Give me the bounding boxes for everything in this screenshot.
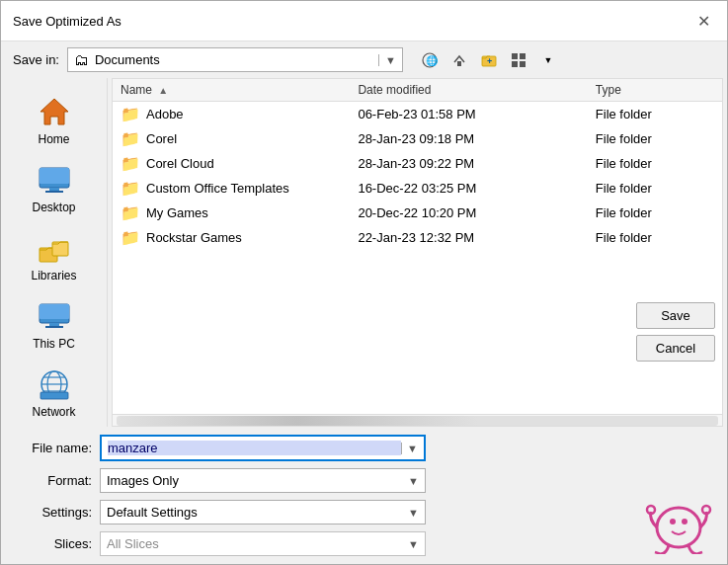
- svg-rect-11: [40, 168, 69, 184]
- file-name-cell: 📁 Adobe: [121, 105, 358, 123]
- up-button[interactable]: [446, 48, 472, 72]
- svg-rect-5: [512, 53, 518, 59]
- folder-icon: 📁: [121, 228, 140, 247]
- horizontal-scrollbar[interactable]: [113, 414, 722, 426]
- file-name-text: Corel Cloud: [146, 156, 214, 171]
- libraries-icon: [37, 230, 72, 266]
- file-list-area: Name ▲ Date modified Type 📁 Adobe 06-Feb…: [112, 78, 723, 427]
- file-name-text: Rockstar Games: [146, 230, 242, 245]
- file-type-cell: File folder: [596, 131, 714, 146]
- mascot-graphic: [639, 490, 718, 554]
- file-name-cell: 📁 Custom Office Templates: [121, 179, 358, 198]
- svg-rect-6: [520, 53, 526, 59]
- table-row[interactable]: 📁 Custom Office Templates 16-Dec-22 03:2…: [113, 176, 722, 201]
- format-select[interactable]: Images Only ▼: [100, 468, 426, 493]
- file-type-cell: File folder: [596, 156, 714, 171]
- file-list-header: Name ▲ Date modified Type: [113, 79, 722, 102]
- slices-select[interactable]: All Slices ▼: [100, 531, 426, 556]
- view-button[interactable]: [506, 48, 531, 72]
- table-row[interactable]: 📁 Corel 28-Jan-23 09:18 PM File folder: [113, 126, 722, 151]
- format-label: Format:: [13, 473, 92, 488]
- format-arrow-icon: ▼: [408, 475, 419, 487]
- filename-input[interactable]: [108, 441, 401, 455]
- svg-rect-17: [40, 304, 69, 319]
- cancel-button[interactable]: Cancel: [636, 335, 715, 362]
- sidebar-network-label: Network: [32, 405, 75, 419]
- file-date-cell: 28-Jan-23 09:22 PM: [358, 156, 595, 171]
- svg-point-28: [702, 506, 710, 514]
- svg-point-29: [670, 519, 676, 525]
- svg-rect-8: [520, 61, 526, 67]
- sidebar-item-thispc[interactable]: This PC: [10, 292, 99, 357]
- svg-rect-7: [512, 61, 518, 67]
- svg-rect-12: [49, 188, 59, 191]
- svg-marker-9: [40, 99, 68, 124]
- file-name-cell: 📁 Rockstar Games: [121, 228, 358, 247]
- new-folder-button[interactable]: +: [476, 48, 502, 72]
- file-name-cell: 📁 Corel Cloud: [121, 154, 358, 173]
- settings-label: Settings:: [13, 505, 92, 520]
- folder-icon: 📁: [121, 154, 140, 173]
- sidebar-thispc-label: This PC: [33, 337, 75, 351]
- close-button[interactable]: ✕: [691, 9, 715, 33]
- save-in-label: Save in:: [13, 52, 59, 67]
- sidebar-item-desktop[interactable]: Desktop: [10, 156, 99, 220]
- file-type-cell: File folder: [596, 181, 714, 196]
- save-in-row: Save in: 🗂 Documents ▼ 🌐: [1, 41, 727, 78]
- network-icon: [37, 366, 72, 402]
- svg-rect-19: [45, 326, 63, 328]
- svg-rect-25: [40, 392, 68, 399]
- table-row[interactable]: 📁 Adobe 06-Feb-23 01:58 PM File folder: [113, 102, 722, 126]
- title-bar: Save Optimized As ✕: [1, 1, 727, 41]
- filename-input-wrapper[interactable]: ▼: [100, 435, 426, 461]
- slices-label: Slices:: [13, 536, 92, 551]
- bottom-form: File name: ▼ Format: Images Only ▼ Setti…: [1, 427, 727, 564]
- save-in-dropdown[interactable]: 🗂 Documents ▼: [67, 47, 403, 72]
- file-date-cell: 06-Feb-23 01:58 PM: [358, 107, 595, 121]
- filename-dropdown-arrow[interactable]: ▼: [401, 443, 418, 454]
- file-type-cell: File folder: [596, 230, 714, 245]
- sidebar-item-home[interactable]: Home: [10, 88, 99, 152]
- file-date-cell: 22-Jan-23 12:32 PM: [358, 230, 595, 245]
- sidebar: Home Desktop Libra: [1, 78, 108, 427]
- folder-icon: 📁: [121, 105, 140, 123]
- file-name-cell: 📁 My Games: [121, 203, 358, 222]
- back-button[interactable]: 🌐: [417, 48, 443, 72]
- slices-arrow-icon: ▼: [408, 538, 419, 550]
- format-row: Format: Images Only ▼: [13, 468, 715, 493]
- file-date-cell: 16-Dec-22 03:25 PM: [358, 181, 595, 196]
- svg-rect-13: [45, 191, 63, 193]
- file-name-cell: 📁 Corel: [121, 129, 358, 148]
- svg-rect-2: [457, 61, 461, 66]
- table-row[interactable]: 📁 Corel Cloud 28-Jan-23 09:22 PM File fo…: [113, 151, 722, 176]
- format-value: Images Only: [107, 473, 179, 488]
- file-date-cell: 28-Jan-23 09:18 PM: [358, 131, 595, 146]
- view-dropdown-button[interactable]: ▼: [535, 48, 561, 72]
- sort-arrow-name: ▲: [158, 85, 168, 96]
- settings-row: Settings: Default Settings ▼: [13, 500, 715, 525]
- folder-icon: 📁: [121, 179, 140, 198]
- svg-text:🌐: 🌐: [425, 54, 438, 67]
- main-content: Home Desktop Libra: [1, 78, 727, 427]
- col-header-type: Type: [596, 83, 714, 97]
- folder-icon: 🗂: [74, 51, 89, 68]
- svg-text:+: +: [487, 56, 492, 66]
- file-name-text: Adobe: [146, 107, 184, 121]
- svg-rect-18: [49, 323, 59, 326]
- save-button[interactable]: Save: [636, 302, 715, 329]
- settings-select[interactable]: Default Settings ▼: [100, 500, 426, 525]
- toolbar-icons: 🌐 +: [417, 48, 561, 72]
- home-icon: [37, 94, 72, 129]
- file-type-cell: File folder: [596, 205, 714, 220]
- table-row[interactable]: 📁 My Games 20-Dec-22 10:20 PM File folde…: [113, 201, 722, 225]
- sidebar-desktop-label: Desktop: [32, 201, 75, 214]
- action-buttons: Save Cancel: [636, 302, 715, 362]
- svg-point-27: [647, 506, 655, 514]
- desktop-icon: [37, 162, 72, 198]
- col-header-name: Name ▲: [121, 83, 358, 97]
- sidebar-item-libraries[interactable]: Libraries: [10, 224, 99, 288]
- sidebar-item-network[interactable]: Network: [10, 361, 99, 425]
- table-row[interactable]: 📁 Rockstar Games 22-Jan-23 12:32 PM File…: [113, 225, 722, 250]
- slices-row: Slices: All Slices ▼: [13, 531, 715, 556]
- save-dialog: Save Optimized As ✕ Save in: 🗂 Documents…: [0, 0, 728, 565]
